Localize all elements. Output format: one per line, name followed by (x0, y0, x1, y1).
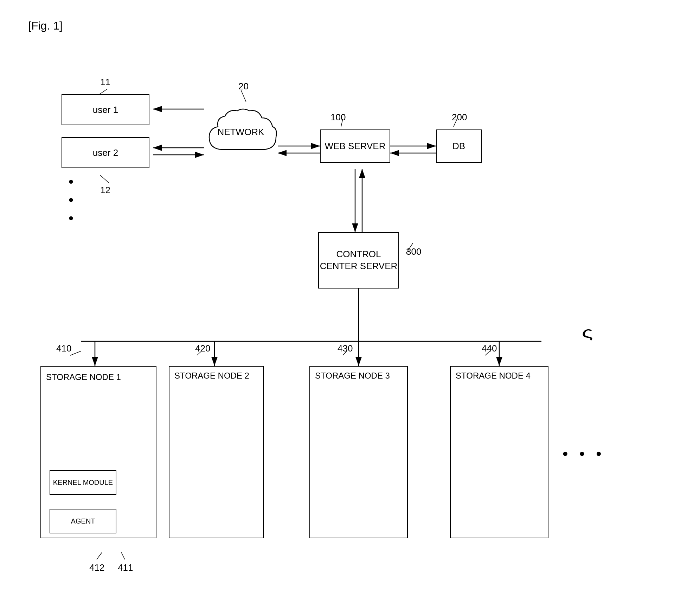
ref-100: 100 (330, 112, 346, 123)
ref-440: 440 (482, 343, 497, 354)
ref-20: 20 (238, 81, 249, 92)
db-label: DB (452, 141, 465, 152)
storage2-label: STORAGE NODE 2 (174, 371, 249, 381)
storage1-label: STORAGE NODE 1 (46, 372, 121, 382)
user2-box: user 2 (62, 137, 149, 168)
fig-label: [Fig. 1] (28, 19, 63, 32)
storage4-box: STORAGE NODE 4 (450, 366, 548, 538)
web-server-label: WEB SERVER (325, 141, 386, 152)
web-server-box: WEB SERVER (320, 129, 390, 163)
ref-11: 11 (100, 77, 110, 88)
diagram: [Fig. 1] (0, 0, 700, 602)
network-cloud: NETWORK (202, 104, 280, 165)
control-center-label: CONTROLCENTER SERVER (320, 248, 398, 272)
svg-line-28 (121, 552, 125, 559)
user1-box: user 1 (62, 94, 149, 125)
ref-12: 12 (100, 185, 110, 196)
storage-ellipsis: • • • (563, 445, 605, 463)
storage3-box: STORAGE NODE 3 (309, 366, 408, 538)
storage3-label: STORAGE NODE 3 (315, 371, 390, 381)
svg-line-29 (97, 552, 102, 559)
ref-300: 300 (406, 246, 421, 257)
ref-412: 412 (89, 562, 104, 573)
network-label: NETWORK (202, 127, 280, 138)
agent-box: AGENT (50, 509, 116, 533)
svg-line-19 (100, 175, 109, 183)
ref-410: 410 (56, 343, 71, 354)
ref-411: 411 (118, 562, 133, 573)
user1-label: user 1 (93, 104, 118, 115)
svg-line-24 (70, 351, 81, 355)
storage2-box: STORAGE NODE 2 (169, 366, 264, 538)
kernel-module-box: KERNEL MODULE (50, 470, 116, 495)
ref-200: 200 (452, 112, 467, 123)
control-center-box: CONTROLCENTER SERVER (318, 232, 399, 289)
user2-label: user 2 (93, 147, 118, 158)
ref-420: 420 (195, 343, 210, 354)
break-symbol: ς (582, 324, 593, 341)
ref-430: 430 (338, 343, 353, 354)
agent-label: AGENT (71, 517, 95, 525)
kernel-module-label: KERNEL MODULE (53, 479, 113, 487)
db-box: DB (436, 129, 482, 163)
storage4-label: STORAGE NODE 4 (456, 371, 531, 381)
user-dots: ••• (69, 172, 75, 227)
storage1-box: STORAGE NODE 1 KERNEL MODULE AGENT (40, 366, 156, 538)
